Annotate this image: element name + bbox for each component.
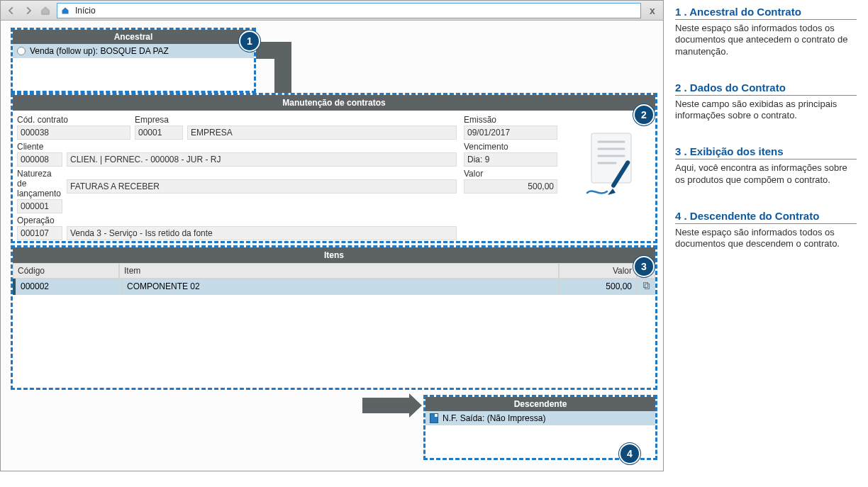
note-3-title: 3 . Exibição dos itens <box>675 145 857 159</box>
side-notes: 1 . Ancestral do Contrato Neste espaço s… <box>672 0 868 487</box>
descendente-item-label: N.F. Saída: (Não Impressa) <box>443 413 545 423</box>
app-window: x Ancestral Venda (follow up): BOSQUE DA… <box>0 0 664 471</box>
cell-codigo: 000002 <box>16 279 122 295</box>
ancestral-header: Ancestral <box>13 30 254 44</box>
cell-item: COMPONENTE 02 <box>122 279 559 295</box>
svg-rect-7 <box>644 283 648 288</box>
contract-header: Manutenção de contratos <box>13 95 655 111</box>
svg-marker-6 <box>608 189 616 195</box>
descendente-item[interactable]: N.F. Saída: (Não Impressa) <box>425 411 655 425</box>
ancestral-item[interactable]: Venda (follow up): BOSQUE DA PAZ <box>13 44 254 58</box>
empresa-label: Empresa <box>135 115 183 125</box>
note-4-text: Neste espaço são informados todos os doc… <box>675 227 857 250</box>
forward-button[interactable] <box>21 3 36 18</box>
document-graphic <box>579 128 650 198</box>
home-button[interactable] <box>38 3 53 18</box>
col-codigo: Código <box>13 263 119 279</box>
note-1-title: 1 . Ancestral do Contrato <box>675 6 857 20</box>
itens-header: Itens <box>13 247 655 263</box>
operacao-label: Operação <box>17 215 62 225</box>
col-item: Item <box>119 263 559 279</box>
back-button[interactable] <box>4 3 19 18</box>
main-body: Ancestral Venda (follow up): BOSQUE DA P… <box>1 21 663 471</box>
badge-1: 1 <box>239 30 260 52</box>
natureza-desc-field[interactable]: FATURAS A RECEBER <box>67 179 457 194</box>
document-icon <box>430 413 438 423</box>
badge-4: 4 <box>619 443 640 464</box>
table-row[interactable]: 000002 COMPONENTE 02 500,00 <box>13 279 655 295</box>
note-3-text: Aqui, você encontra as informações sobre… <box>675 162 857 186</box>
natureza-label: Natureza de lançamento <box>17 169 62 198</box>
operacao-desc-field[interactable]: Venda 3 - Serviço - Iss retido da fonte <box>67 226 457 240</box>
cell-action[interactable] <box>637 279 655 295</box>
descendente-header: Descendente <box>425 397 655 411</box>
contract-panel: Manutenção de contratos Cód. contrato 00… <box>11 93 657 243</box>
arrow-2 <box>362 396 423 415</box>
badge-3: 3 <box>633 256 655 277</box>
vencimento-field[interactable]: Dia: 9 <box>464 152 557 167</box>
ancestral-panel: Ancestral Venda (follow up): BOSQUE DA P… <box>11 28 256 93</box>
natureza-code-field[interactable]: 000001 <box>17 199 62 213</box>
address-input[interactable] <box>72 6 640 16</box>
emissao-label: Emissão <box>464 115 557 125</box>
ancestral-item-label: Venda (follow up): BOSQUE DA PAZ <box>30 46 169 56</box>
operacao-code-field[interactable]: 000107 <box>17 226 62 240</box>
valor-field[interactable]: 500,00 <box>464 179 557 194</box>
address-home-icon <box>58 6 72 15</box>
circle-icon <box>17 47 26 55</box>
note-2-title: 2 . Dados do Contrato <box>675 82 857 96</box>
itens-table-header: Código Item Valor <box>13 263 655 279</box>
note-4-title: 4 . Descendente do Contrato <box>675 210 857 224</box>
close-button[interactable]: x <box>645 5 660 16</box>
vencimento-label: Vencimento <box>464 142 557 152</box>
col-valor: Valor <box>559 263 637 279</box>
badge-2: 2 <box>633 104 655 125</box>
empresa-code-field[interactable]: 00001 <box>135 125 183 140</box>
note-1-text: Neste espaço são informados todos os doc… <box>675 23 857 57</box>
svg-rect-8 <box>645 284 650 289</box>
emissao-field[interactable]: 09/01/2017 <box>464 125 557 140</box>
cliente-code-field[interactable]: 000008 <box>17 152 62 167</box>
cod_contrato-field[interactable]: 000038 <box>17 125 130 140</box>
empresa-name-field[interactable]: EMPRESA <box>187 125 457 140</box>
cod_contrato-label: Cód. contrato <box>17 115 130 125</box>
cell-valor: 500,00 <box>559 279 637 295</box>
cliente-name-field[interactable]: CLIEN. | FORNEC. - 000008 - JUR - RJ <box>67 152 457 167</box>
cliente-label: Cliente <box>17 142 62 152</box>
note-2-text: Neste campo são exibidas as principais i… <box>675 99 857 122</box>
toolbar: x <box>1 1 663 21</box>
address-bar <box>57 4 640 18</box>
valor-label: Valor <box>464 169 557 179</box>
itens-panel: Itens Código Item Valor 000002 COMPONENT… <box>11 245 657 390</box>
copy-icon <box>642 281 650 290</box>
